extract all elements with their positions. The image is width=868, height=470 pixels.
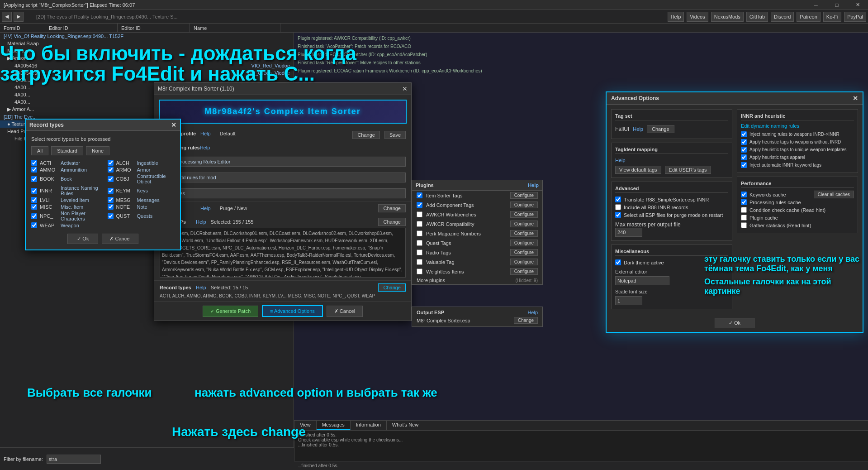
settings-profile-change-btn[interactable]: Change bbox=[352, 131, 380, 139]
input-esps-help[interactable]: Help bbox=[196, 219, 206, 225]
kofi-btn[interactable]: Ko-Fi bbox=[823, 12, 841, 22]
tree-item[interactable]: Material Swap bbox=[0, 40, 294, 47]
apply-heuristic-unique-checkbox[interactable] bbox=[741, 147, 747, 153]
nexusmods-btn[interactable]: NexusMods bbox=[711, 12, 744, 22]
record-keym-checkbox[interactable] bbox=[108, 188, 114, 194]
record-acti-checkbox[interactable] bbox=[31, 160, 37, 166]
max-masters-input[interactable] bbox=[615, 228, 642, 237]
advanced-dialog-close[interactable]: ✕ bbox=[853, 95, 858, 102]
tree-item[interactable]: 4A005416VIO_Red_Viodoe bbox=[0, 62, 294, 69]
tree-item[interactable]: [4V] Vio_Of-Reality Looking_Ringer.esp:0… bbox=[0, 33, 294, 40]
processing-rules-help[interactable]: Help bbox=[200, 145, 210, 150]
main-dialog-close[interactable]: ✕ bbox=[402, 85, 408, 92]
tab-messages[interactable]: Messages bbox=[317, 421, 351, 430]
tag-set-change-btn[interactable]: Change bbox=[647, 125, 674, 133]
apply-heuristic-apparel-checkbox[interactable] bbox=[741, 154, 747, 160]
generate-patch-btn[interactable]: ✓ Generate Patch bbox=[203, 306, 258, 317]
github-btn[interactable]: GitHub bbox=[746, 12, 768, 22]
clear-all-caches-btn[interactable]: Clear all caches bbox=[814, 191, 854, 198]
settings-profile-help[interactable]: Help bbox=[200, 131, 211, 136]
plugin-quest-tags-checkbox[interactable] bbox=[417, 240, 422, 246]
weightless-items-configure-btn[interactable]: Configure bbox=[510, 268, 538, 275]
record-book-checkbox[interactable] bbox=[31, 176, 37, 182]
record-lvli-checkbox[interactable] bbox=[31, 197, 37, 203]
include-r88-checkbox[interactable] bbox=[615, 204, 621, 210]
tab-whatsnew[interactable]: What's New bbox=[387, 421, 424, 430]
add-component-tags-configure-btn[interactable]: Configure bbox=[510, 201, 538, 208]
settings-profile-save-btn[interactable]: Save bbox=[384, 131, 406, 139]
select-none-btn[interactable]: None bbox=[86, 146, 109, 155]
help-btn[interactable]: Help bbox=[668, 12, 684, 22]
minimize-btn[interactable]: ─ bbox=[806, 0, 826, 10]
record-cobj-checkbox[interactable] bbox=[108, 176, 114, 182]
advanced-ok-btn[interactable]: ✓ Ok bbox=[715, 318, 754, 328]
plugins-help[interactable]: Help bbox=[528, 182, 539, 188]
test-rules-btn[interactable]: Test rules bbox=[160, 188, 406, 198]
record-weap-checkbox[interactable] bbox=[31, 222, 37, 228]
maximize-btn[interactable]: □ bbox=[826, 0, 847, 10]
awkcr-compatibility-configure-btn[interactable]: Configure bbox=[510, 221, 538, 227]
keywords-cache-checkbox[interactable] bbox=[741, 192, 747, 197]
plugin-weightless-items-checkbox[interactable] bbox=[417, 269, 422, 274]
quest-tags-configure-btn[interactable]: Configure bbox=[510, 240, 538, 246]
perk-magazine-configure-btn[interactable]: Configure bbox=[510, 230, 538, 237]
select-all-btn[interactable]: All bbox=[31, 146, 48, 155]
record-types-help[interactable]: Help bbox=[196, 285, 206, 290]
view-default-tags-btn[interactable]: View default tags bbox=[615, 166, 661, 174]
record-innr-checkbox[interactable] bbox=[31, 188, 37, 194]
nav-back-btn[interactable]: ◀ bbox=[2, 12, 12, 22]
patreon-btn[interactable]: Patreon bbox=[797, 12, 821, 22]
plugin-valuable-tag-checkbox[interactable] bbox=[417, 259, 422, 265]
plugin-item-sorter-tags-checkbox[interactable] bbox=[417, 192, 422, 198]
tree-item[interactable]: 4A005415VIO_Green_Viodoe bbox=[0, 69, 294, 77]
tab-information[interactable]: Information bbox=[351, 421, 387, 430]
processing-rules-cache-checkbox[interactable] bbox=[741, 199, 747, 205]
external-editor-input[interactable] bbox=[615, 276, 669, 285]
discord-btn[interactable]: Discord bbox=[771, 12, 794, 22]
record-alch-checkbox[interactable] bbox=[108, 160, 114, 166]
tab-view[interactable]: View bbox=[294, 421, 317, 430]
filter-input[interactable] bbox=[47, 455, 101, 464]
input-esps-change-btn[interactable]: Change bbox=[378, 218, 406, 226]
mode-help[interactable]: Help bbox=[200, 206, 211, 211]
main-cancel-btn[interactable]: ✗ Cancel bbox=[327, 306, 363, 317]
record-ammo-checkbox[interactable] bbox=[31, 167, 37, 173]
inject-automatic-checkbox[interactable] bbox=[741, 162, 747, 168]
condition-check-cache-checkbox[interactable] bbox=[741, 207, 747, 213]
valuable-tag-configure-btn[interactable]: Configure bbox=[510, 259, 538, 265]
plugin-perk-magazine-checkbox[interactable] bbox=[417, 230, 422, 236]
plugin-add-component-tags-checkbox[interactable] bbox=[417, 202, 422, 208]
record-types-change-btn[interactable]: Change bbox=[378, 283, 406, 292]
edit-user-tags-btn[interactable]: Edit USER's tags bbox=[665, 166, 711, 174]
nav-forward-btn[interactable]: ▶ bbox=[14, 12, 24, 22]
mode-change-btn[interactable]: Change bbox=[378, 204, 406, 212]
inject-naming-checkbox[interactable] bbox=[741, 131, 747, 137]
tag-set-help[interactable]: Help bbox=[633, 126, 643, 132]
output-esp-change-btn[interactable]: Change bbox=[514, 317, 538, 324]
output-esp-help[interactable]: Help bbox=[527, 310, 538, 315]
record-misc-checkbox[interactable] bbox=[31, 204, 37, 210]
paypal-btn[interactable]: PayPal bbox=[844, 12, 866, 22]
open-processing-editor-btn[interactable]: Open Processing Rules Editor bbox=[160, 157, 406, 167]
select-all-esp-checkbox[interactable] bbox=[615, 212, 621, 218]
radio-tags-configure-btn[interactable]: Configure bbox=[510, 249, 538, 256]
apply-heuristic-weapons-checkbox[interactable] bbox=[741, 139, 747, 145]
item-sorter-tags-configure-btn[interactable]: Configure bbox=[510, 192, 538, 199]
plugin-radio-tags-checkbox[interactable] bbox=[417, 249, 422, 255]
record-armo-checkbox[interactable] bbox=[108, 167, 114, 173]
open-add-rules-btn[interactable]: Open/add rules for mod bbox=[160, 173, 406, 182]
plugin-awkcr-workbenches-checkbox[interactable] bbox=[417, 211, 422, 217]
plugin-cache-checkbox[interactable] bbox=[741, 215, 747, 221]
record-qust-checkbox[interactable] bbox=[108, 213, 114, 219]
record-types-dialog-close[interactable]: ✕ bbox=[171, 121, 176, 129]
scale-font-input[interactable] bbox=[615, 296, 642, 305]
tagident-help[interactable]: Help bbox=[615, 158, 626, 163]
videos-btn[interactable]: Videos bbox=[687, 12, 708, 22]
awkcr-workbenches-configure-btn[interactable]: Configure bbox=[510, 211, 538, 218]
edit-dynamic-link[interactable]: Edit dynamic naming rules bbox=[741, 123, 854, 129]
gather-stats-checkbox[interactable] bbox=[741, 222, 747, 228]
plugin-awkcr-compatibility-checkbox[interactable] bbox=[417, 221, 422, 227]
record-npc-checkbox[interactable] bbox=[31, 213, 37, 219]
record-mesg-checkbox[interactable] bbox=[108, 197, 114, 203]
select-standard-btn[interactable]: Standard bbox=[51, 146, 83, 155]
